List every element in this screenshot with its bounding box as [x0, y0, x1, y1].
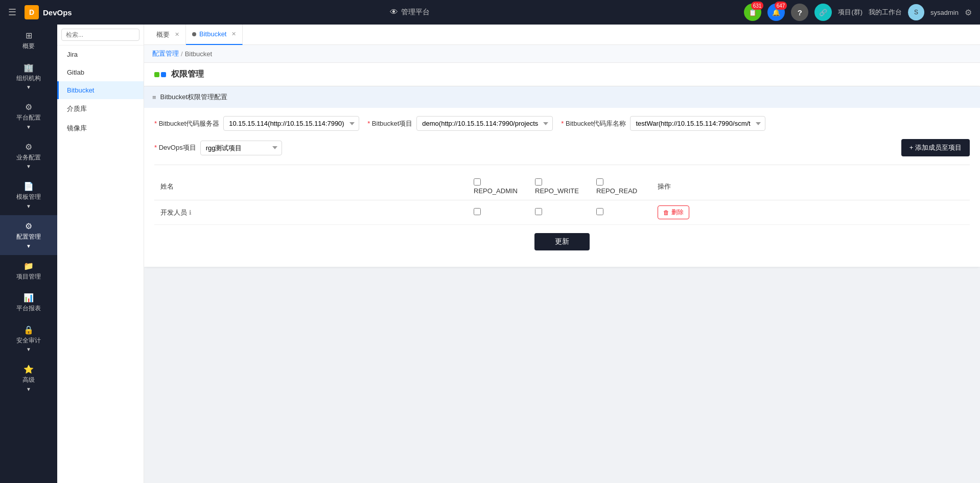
sidebar-label-config: 配置管理: [16, 233, 41, 241]
link-icon: 🔗: [819, 9, 827, 16]
col-repo-read: REPO_READ: [590, 173, 651, 200]
info-icon[interactable]: ℹ: [189, 209, 192, 216]
logo: D DevOps: [25, 5, 76, 19]
sub-sidebar-search: [57, 25, 144, 45]
tab-overview-label: 概要: [156, 30, 170, 39]
tab-bitbucket-label: Bitbucket: [199, 30, 226, 38]
col-repo-write: REPO_WRITE: [529, 173, 590, 200]
repo-admin-header-checkbox[interactable]: [474, 178, 481, 186]
project-select[interactable]: demo(http://10.15.15.114:7990/projects: [416, 116, 553, 131]
trash-icon: 🗑: [663, 209, 669, 216]
content-area: 概要 ✕ Bitbucket ✕ 配置管理 / Bitbucket: [144, 25, 980, 483]
page-header: 权限管理: [144, 63, 980, 86]
sidebar-item-advanced[interactable]: ⭐ 高级 ▼: [0, 358, 57, 398]
header-icon-green: [154, 72, 159, 77]
sidebar: ⊞ 概要 🏢 组织机构 ▼ ⚙ 平台配置 ▼ ⚙ 业务配置 ▼ 📄 模板管理 ▼…: [0, 25, 57, 483]
sidebar-item-bitbucket[interactable]: Bitbucket: [57, 81, 144, 99]
repo-admin-checkbox[interactable]: [474, 208, 481, 215]
tab-bitbucket-close-icon[interactable]: ✕: [231, 31, 236, 37]
row-repo-read: [590, 200, 651, 225]
row-action: 🗑 删除: [651, 200, 970, 225]
audit-chevron-icon: ▼: [26, 347, 31, 352]
update-button[interactable]: 更新: [534, 233, 590, 250]
tab-overview-close-icon[interactable]: ✕: [175, 31, 179, 38]
server-label: Bitbucket代码服务器: [154, 119, 219, 128]
repo-read-checkbox[interactable]: [596, 208, 603, 215]
tab-bitbucket[interactable]: Bitbucket ✕: [186, 25, 243, 45]
col-name: 姓名: [154, 173, 468, 200]
config-body: Bitbucket代码服务器 10.15.15.114(http://10.15…: [144, 108, 980, 267]
sidebar-label-advanced: 高级: [22, 376, 35, 384]
repo-write-header-checkbox[interactable]: [535, 178, 542, 186]
config-card: ≡ Bitbucket权限管理配置 Bitbucket代码服务器 10.15.1…: [144, 86, 980, 267]
sidebar-label-report: 平台报表: [16, 305, 41, 313]
config-header: ≡ Bitbucket权限管理配置: [144, 86, 980, 108]
repo-select[interactable]: testWar(http://10.15.15.114:7990/scm/t: [630, 116, 765, 131]
top-nav: ☰ D DevOps 👁 管理平台 📋 631 🔔 647 ? 🔗 项目(群) …: [0, 0, 980, 25]
link-btn[interactable]: 🔗: [814, 4, 832, 21]
hamburger-icon[interactable]: ☰: [8, 7, 16, 18]
breadcrumb-sep: /: [181, 50, 183, 58]
server-field: Bitbucket代码服务器 10.15.15.114(http://10.15…: [154, 116, 359, 131]
permission-table: 姓名 REPO_ADMIN REPO_WRITE: [154, 173, 970, 225]
template-icon: 📄: [24, 181, 34, 191]
row-repo-write: [529, 200, 590, 225]
server-select[interactable]: 10.15.15.114(http://10.15.15.114:7990): [223, 116, 359, 131]
advanced-icon: ⭐: [24, 364, 34, 374]
sidebar-label-platform: 平台配置: [16, 114, 41, 122]
tab-bar: 概要 ✕ Bitbucket ✕: [144, 25, 980, 45]
table-row: 开发人员 ℹ: [154, 200, 970, 225]
devops-select[interactable]: rgg测试项目: [200, 141, 282, 155]
nav-right: 📋 631 🔔 647 ? 🔗 项目(群) 我的工作台 S sysadmin ⚙: [744, 4, 972, 21]
page-title: 权限管理: [171, 69, 204, 80]
col-repo-admin: REPO_ADMIN: [468, 173, 529, 200]
breadcrumb-bitbucket: Bitbucket: [185, 50, 212, 58]
sidebar-label-project: 项目管理: [16, 273, 41, 281]
search-input[interactable]: [61, 29, 139, 41]
sidebar-item-audit[interactable]: 🔒 安全审计 ▼: [0, 319, 57, 359]
report-icon: 📊: [24, 293, 34, 303]
sidebar-item-org[interactable]: 🏢 组织机构 ▼: [0, 57, 57, 97]
config-icon: ⚙: [25, 221, 32, 231]
sidebar-item-overview[interactable]: ⊞ 概要: [0, 25, 57, 57]
sidebar-item-business[interactable]: ⚙ 业务配置 ▼: [0, 136, 57, 176]
help-btn[interactable]: ?: [791, 4, 808, 21]
settings-icon[interactable]: ⚙: [965, 8, 972, 17]
advanced-chevron-icon: ▼: [26, 386, 31, 392]
tab-overview[interactable]: 概要 ✕: [150, 25, 186, 45]
my-workspace-btn[interactable]: 我的工作台: [869, 8, 902, 17]
avatar[interactable]: S: [908, 4, 924, 20]
page-header-icon: [154, 72, 166, 77]
sidebar-item-jira[interactable]: Jira: [57, 45, 144, 63]
breadcrumb-config-mgmt[interactable]: 配置管理: [152, 49, 179, 58]
sidebar-item-artifact[interactable]: 介质库: [57, 99, 144, 119]
org-chevron-icon: ▼: [26, 84, 31, 90]
tab-bitbucket-dot: [192, 32, 196, 36]
platform-icon: ⚙: [25, 102, 32, 112]
devops-project-field: DevOps项目 rgg测试项目: [154, 141, 282, 155]
config-hamburger-icon: ≡: [152, 94, 156, 101]
business-chevron-icon: ▼: [26, 164, 31, 169]
sidebar-item-template[interactable]: 📄 模板管理 ▼: [0, 175, 57, 215]
add-member-button[interactable]: + 添加成员至项目: [901, 139, 970, 156]
bell-badge: 647: [775, 2, 787, 10]
username-label: sysadmin: [930, 9, 959, 16]
row-repo-admin: [468, 200, 529, 225]
sidebar-label-business: 业务配置: [16, 154, 41, 162]
form-row-2: DevOps项目 rgg测试项目 + 添加成员至项目: [154, 139, 970, 156]
sidebar-item-platform[interactable]: ⚙ 平台配置 ▼: [0, 96, 57, 136]
sidebar-item-mirror[interactable]: 镜像库: [57, 119, 144, 138]
update-btn-row: 更新: [154, 225, 970, 259]
delete-button[interactable]: 🗑 删除: [658, 205, 689, 219]
repo-write-checkbox[interactable]: [535, 208, 542, 215]
sidebar-item-report[interactable]: 📊 平台报表: [0, 287, 57, 319]
notification-doc-btn[interactable]: 📋 631: [744, 4, 761, 21]
sidebar-item-config[interactable]: ⚙ 配置管理 ▼: [0, 215, 57, 255]
table-header: 姓名 REPO_ADMIN REPO_WRITE: [154, 173, 970, 200]
repo-read-header-checkbox[interactable]: [596, 178, 603, 186]
project-group-btn[interactable]: 项目(群): [838, 8, 862, 17]
notification-bell-btn[interactable]: 🔔 647: [767, 4, 785, 21]
devops-label: DevOps项目: [154, 143, 196, 152]
sidebar-item-gitlab[interactable]: Gitlab: [57, 63, 144, 81]
sidebar-item-project[interactable]: 📁 项目管理: [0, 255, 57, 287]
